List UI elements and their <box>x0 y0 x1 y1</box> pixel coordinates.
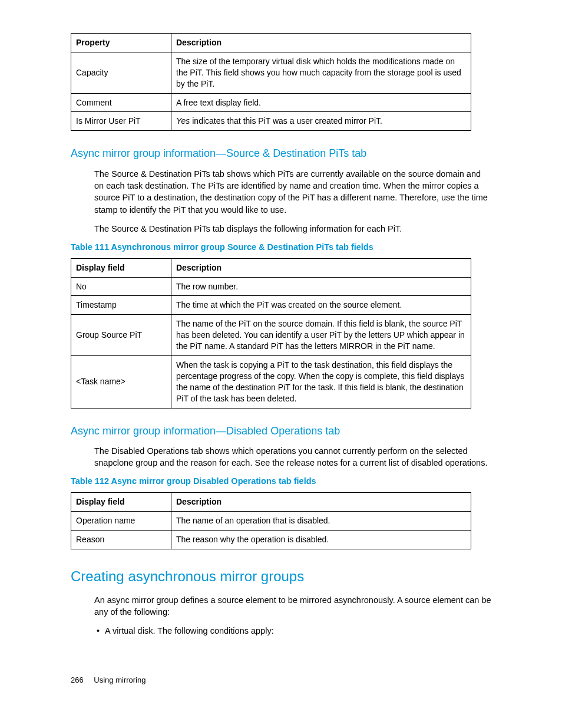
cell-description: The row number. <box>171 277 471 296</box>
table-row: Reason The reason why the operation is d… <box>71 530 471 549</box>
th-description: Description <box>171 34 471 52</box>
cell-description: The name of an operation that is disable… <box>171 511 471 530</box>
para: The Source & Destination PiTs tab displa… <box>94 223 491 235</box>
footer-title: Using mirroring <box>94 676 146 684</box>
cell-description: The name of the PiT on the source domain… <box>171 315 471 356</box>
table-row: No The row number. <box>71 277 471 296</box>
table-row: Capacity The size of the temporary virtu… <box>71 52 471 93</box>
desc-rest: indicates that this PiT was a user creat… <box>190 116 382 126</box>
cell-property: Comment <box>71 93 171 112</box>
table-row: Is Mirror User PiT Yes indicates that th… <box>71 112 471 131</box>
cell-description: The time at which the PiT was created on… <box>171 296 471 315</box>
source-dest-pits-table: Display field Description No The row num… <box>71 258 471 409</box>
cell-display-field: Operation name <box>71 511 171 530</box>
cell-display-field: Group Source PiT <box>71 315 171 356</box>
cell-description: The size of the temporary virtual disk w… <box>171 52 471 93</box>
page-footer: 266 Using mirroring <box>71 675 146 686</box>
property-table: Property Description Capacity The size o… <box>71 33 471 131</box>
heading-source-dest-pits: Async mirror group information—Source & … <box>71 146 491 160</box>
heading-creating-async-mirror-groups: Creating asynchronous mirror groups <box>71 567 491 586</box>
para: The Disabled Operations tab shows which … <box>94 445 491 469</box>
cell-description: Yes indicates that this PiT was a user c… <box>171 112 471 131</box>
cell-description: A free text display field. <box>171 93 471 112</box>
th-display-field: Display field <box>71 493 171 512</box>
list-item: A virtual disk. The following conditions… <box>105 625 491 637</box>
heading-disabled-operations: Async mirror group information—Disabled … <box>71 424 491 438</box>
cell-description: The reason why the operation is disabled… <box>171 530 471 549</box>
th-property: Property <box>71 34 171 52</box>
th-display-field: Display field <box>71 258 171 277</box>
table-row: Group Source PiT The name of the PiT on … <box>71 315 471 356</box>
cell-display-field: Reason <box>71 530 171 549</box>
table-row: <Task name> When the task is copying a P… <box>71 356 471 409</box>
table-caption-112: Table 112 Async mirror group Disabled Op… <box>71 476 491 487</box>
table-row: Timestamp The time at which the PiT was … <box>71 296 471 315</box>
table-row: Operation name The name of an operation … <box>71 511 471 530</box>
table-caption-111: Table 111 Asynchronous mirror group Sour… <box>71 242 491 253</box>
table-row: Comment A free text display field. <box>71 93 471 112</box>
th-description: Description <box>171 258 471 277</box>
cell-display-field: <Task name> <box>71 356 171 409</box>
cell-display-field: Timestamp <box>71 296 171 315</box>
para: The Source & Destination PiTs tab shows … <box>94 168 491 216</box>
disabled-operations-table: Display field Description Operation name… <box>71 492 471 549</box>
italic-yes: Yes <box>176 116 190 126</box>
cell-property: Capacity <box>71 52 171 93</box>
cell-display-field: No <box>71 277 171 296</box>
th-description: Description <box>171 493 471 512</box>
bullet-list: A virtual disk. The following conditions… <box>105 625 491 637</box>
cell-property: Is Mirror User PiT <box>71 112 171 131</box>
page-number: 266 <box>71 676 84 684</box>
cell-description: When the task is copying a PiT to the ta… <box>171 356 471 409</box>
para: An async mirror group defines a source e… <box>94 594 491 618</box>
